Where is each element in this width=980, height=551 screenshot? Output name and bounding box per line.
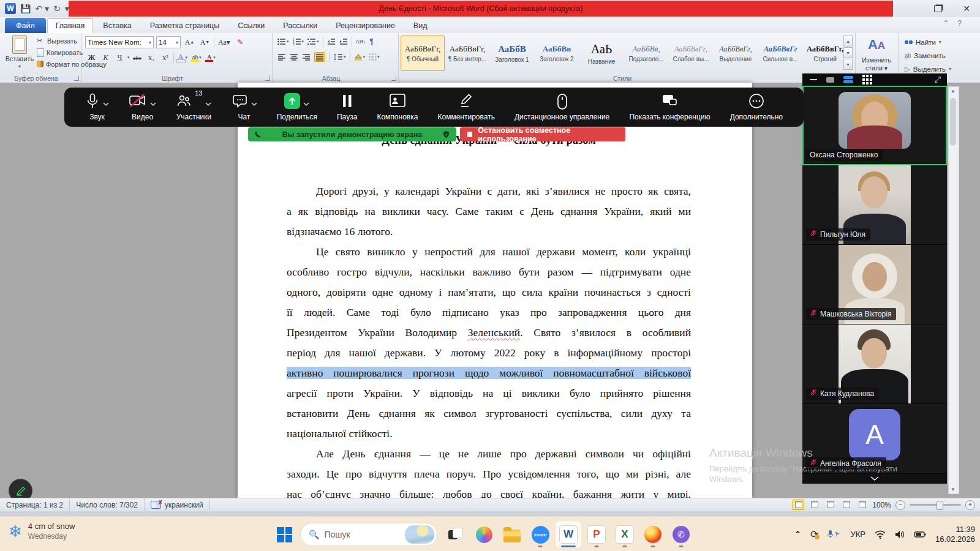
taskbar-app-excel[interactable]: X (612, 521, 638, 548)
web-layout-view-button[interactable] (824, 500, 836, 510)
zoom-toolbar-participants[interactable]: 13Участники (176, 93, 211, 121)
participant-tile-2[interactable]: Пильгун Юля (802, 165, 947, 245)
copy-button[interactable]: Копировать (37, 47, 83, 58)
borders-button[interactable]: ▾ (369, 53, 380, 61)
change-styles-button[interactable]: АА (855, 37, 898, 53)
style-card-4[interactable]: АаБбВвЗаголовок 2 (535, 36, 579, 71)
font-size-combobox[interactable]: 14▾ (156, 36, 181, 48)
justify-button[interactable] (314, 52, 325, 62)
zoom-slider[interactable] (910, 504, 961, 506)
tab-ссылки[interactable]: Ссылки (229, 18, 273, 33)
style-card-3[interactable]: АаБбВЗаголовок 1 (490, 36, 534, 71)
fullscreen-reading-view-button[interactable] (809, 500, 820, 510)
grow-font-button[interactable]: А▲ (183, 37, 196, 48)
sort-button[interactable]: АЯ↓ (356, 39, 366, 45)
taskbar-app-powerpoint[interactable]: P (584, 521, 609, 548)
clock[interactable]: 11:39 16.02.2026 (935, 525, 975, 544)
minimize-panel-button[interactable] (810, 79, 817, 80)
chevron-down-icon[interactable] (150, 98, 156, 109)
help-icon[interactable]: ? (957, 19, 962, 28)
style-card-10[interactable]: АаБбВвГг,Строгий (803, 36, 847, 71)
chevron-down-icon[interactable] (303, 98, 309, 109)
qat-customize-button[interactable]: ▾ (65, 4, 69, 13)
draft-view-button[interactable] (856, 500, 868, 510)
taskbar-app-word[interactable]: W (556, 521, 581, 548)
vertical-scrollbar[interactable]: ▲ ▼ (948, 86, 959, 494)
find-button[interactable]: Найти▾ (905, 37, 941, 47)
volume-icon[interactable] (895, 530, 905, 539)
document-line[interactable]: активно поширювалися прогнози щодо можли… (287, 363, 691, 383)
collapse-ribbon-icon[interactable]: ⌃ (943, 19, 949, 28)
select-button[interactable]: ▷ Выделить▾ (905, 64, 951, 74)
participant-tile-3[interactable]: Машковська Вікторія (802, 245, 947, 324)
update-tray-icon[interactable]: ⟳ (810, 528, 818, 540)
numbering-button[interactable]: 123▾ (293, 38, 304, 45)
document-line[interactable]: відзначаємо 16 лютого. (287, 222, 691, 242)
strikethrough-button[interactable]: abc (131, 52, 144, 63)
taskbar-app-firefox[interactable] (640, 521, 666, 548)
document-line[interactable]: Дорогі друзі, у календарі України є дати… (287, 181, 691, 201)
document-line[interactable]: одного, довіряти одне одному і пам’ятати… (287, 282, 691, 302)
battery-icon[interactable] (914, 531, 926, 538)
document-page[interactable]: День єднання України — сила бути разом Д… (238, 83, 752, 498)
redo-button[interactable]: ↻ (53, 4, 61, 13)
document-line[interactable]: період для нашої держави. У лютому 2022 … (287, 343, 691, 363)
zoom-in-button[interactable]: + (965, 500, 975, 510)
document-line[interactable]: Президентом України Володимир Зеленський… (287, 323, 691, 343)
font-family-combobox[interactable]: Times New Rom:▾ (85, 36, 154, 48)
scroll-participants-button[interactable] (802, 474, 947, 484)
document-line[interactable]: агресії проти України. У відповідь на ці… (287, 383, 691, 403)
increase-indent-button[interactable] (339, 38, 348, 45)
taskbar-app-viber[interactable]: ✆ (668, 521, 694, 548)
paragraph-dialog-launcher[interactable] (391, 76, 396, 81)
tab-вид[interactable]: Вид (405, 18, 436, 33)
tab-разметка-страницы[interactable]: Разметка страницы (141, 18, 228, 33)
mic-location-tray-icon[interactable] (827, 530, 841, 539)
save-button[interactable]: 💾 (20, 4, 31, 13)
zoom-toolbar-chat[interactable]: Чат (232, 93, 257, 121)
font-color-button[interactable]: А▾ (204, 52, 217, 63)
align-center-button[interactable] (290, 53, 298, 61)
zoom-toolbar-video-off[interactable]: Видео (129, 93, 156, 121)
multilevel-list-button[interactable]: ▾ (307, 38, 319, 45)
close-window-button[interactable]: ✕ (963, 4, 970, 13)
bold-button[interactable]: Ж (85, 52, 98, 63)
paste-button[interactable]: Вставить ▾ (4, 35, 36, 73)
show-formatting-marks-button[interactable]: ¶ (370, 37, 374, 46)
zoom-slider-thumb[interactable] (937, 501, 943, 510)
speaker-view-button[interactable] (826, 77, 834, 83)
taskbar-weather-widget[interactable]: ❄ 4 cm of snow Wednesday (9, 522, 75, 541)
tab-рассылки[interactable]: Рассылки (274, 18, 326, 33)
text-effects-button[interactable]: А▾ (175, 52, 189, 63)
zoom-toolbar-share[interactable]: Поделиться (277, 93, 317, 121)
zoom-level[interactable]: 100% (872, 501, 891, 509)
taskbar-search[interactable]: 🔍 Пошук (300, 523, 437, 546)
taskbar-app-zoom[interactable]: zoom (527, 521, 553, 548)
style-card-7[interactable]: АаБбВвГг,Слабое вы... (669, 36, 713, 71)
language-indicator[interactable]: ✗ украинский (145, 498, 210, 511)
hidden-icons-button[interactable]: ⌃ (794, 530, 801, 539)
scroll-down-icon[interactable]: ▼ (949, 487, 957, 492)
zoom-out-button[interactable]: − (895, 500, 905, 510)
taskbar-app-file-explorer[interactable] (499, 521, 525, 548)
styles-scroll-up-button[interactable]: ▲ (843, 36, 853, 47)
stop-share-button[interactable]: Остановить совместное использование (460, 127, 625, 141)
replace-button[interactable]: a͕b Заменить (905, 50, 946, 61)
undo-button[interactable]: ↶ ▾ (35, 4, 49, 13)
cut-button[interactable]: ✂ Вырезать (37, 36, 77, 46)
chevron-down-icon[interactable] (251, 98, 257, 109)
tab-главная[interactable]: Главная (47, 18, 94, 33)
clipboard-dialog-launcher[interactable] (74, 76, 79, 81)
document-line[interactable]: встановити День єднання як символ згурто… (287, 403, 691, 424)
paste-dropdown-icon[interactable]: ▾ (18, 64, 21, 69)
restore-window-button[interactable] (934, 6, 942, 12)
tab-file[interactable]: Файл (5, 18, 46, 33)
print-layout-view-button[interactable] (793, 500, 804, 510)
subscript-button[interactable]: х₂ (145, 52, 158, 63)
zoom-toolbar-show-meeting[interactable]: Показать конференцию (629, 93, 710, 121)
zoom-toolbar-mic[interactable]: Звук (85, 93, 109, 121)
page-indicator[interactable]: Страница: 1 из 2 (0, 498, 70, 511)
document-line[interactable]: заходи. Це про відчуття плеча поруч. Про… (287, 464, 691, 484)
word-count[interactable]: Число слов: 7/302 (70, 498, 145, 511)
font-dialog-launcher[interactable] (265, 76, 270, 81)
